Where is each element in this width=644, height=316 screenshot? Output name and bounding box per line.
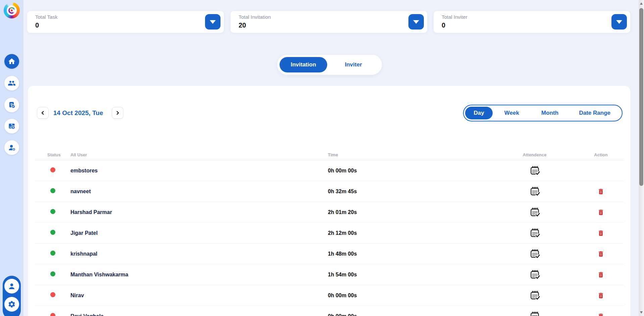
calendar-check-icon[interactable]	[530, 249, 540, 259]
sidebar-item-tasks[interactable]	[4, 98, 19, 112]
sidebar-item-users[interactable]	[4, 76, 19, 91]
stat-card-total-inviter: Total Inviter 0	[434, 11, 630, 33]
chevron-down-icon	[210, 20, 216, 24]
scrollbar-up-arrow[interactable]	[640, 2, 643, 5]
trash-icon[interactable]	[597, 229, 604, 237]
user-name: Jigar Patel	[70, 230, 328, 236]
tab-day[interactable]: Day	[465, 107, 493, 119]
prev-day-button[interactable]	[37, 107, 49, 119]
app-logo[interactable]	[4, 2, 20, 18]
calendar-check-icon[interactable]	[530, 186, 540, 197]
status-dot	[50, 167, 55, 172]
add-user-icon	[8, 144, 16, 152]
users-icon	[8, 79, 16, 87]
user-name: navneet	[70, 189, 328, 195]
next-day-button[interactable]	[112, 107, 123, 119]
trash-icon[interactable]	[597, 209, 604, 216]
logo-inner	[7, 5, 17, 15]
total-inviter-dropdown-button[interactable]	[611, 14, 627, 30]
user-name: Harshad Parmar	[70, 209, 328, 215]
total-invitation-dropdown-button[interactable]	[408, 14, 424, 30]
settings-button[interactable]	[4, 297, 19, 312]
stat-value: 0	[442, 21, 445, 29]
tab-month[interactable]: Month	[531, 110, 569, 116]
tab-inviter[interactable]: Inviter	[327, 61, 380, 68]
profile-icon	[8, 282, 16, 290]
time-value: 1h 48m 00s	[328, 251, 491, 257]
time-value: 2h 01m 20s	[328, 209, 491, 215]
calendar-check-icon[interactable]	[530, 311, 540, 316]
current-date-label: 14 Oct 2025, Tue	[48, 109, 108, 117]
user-name: Nirav	[70, 293, 328, 299]
header-time: Time	[328, 152, 491, 157]
trash-icon[interactable]	[597, 250, 604, 258]
stat-label: Total Task	[35, 14, 57, 20]
user-name: Manthan Vishwakarma	[70, 272, 328, 278]
time-value: 2h 12m 00s	[328, 230, 491, 236]
tab-invitation[interactable]: Invitation	[280, 57, 327, 72]
table-row: Jigar Patel 2h 12m 00s	[35, 223, 624, 244]
view-toggle: Invitation Inviter	[277, 55, 382, 75]
time-value: 1h 54m 00s	[328, 272, 491, 278]
profile-button[interactable]	[4, 279, 19, 294]
stat-card-total-task: Total Task 0	[27, 11, 224, 33]
stat-card-total-invitation: Total Invitation 20	[231, 11, 427, 33]
stat-value: 20	[239, 21, 246, 29]
header-all-user: All User	[70, 152, 328, 157]
table-row: Nirav 0h 00m 00s	[35, 285, 624, 306]
chevron-right-icon	[115, 110, 120, 115]
sidebar	[0, 0, 23, 316]
logo-ring	[8, 7, 15, 14]
calendar-check-icon[interactable]	[530, 269, 540, 280]
status-dot	[50, 230, 55, 235]
trash-icon[interactable]	[597, 271, 604, 278]
trash-icon[interactable]	[597, 313, 604, 316]
sidebar-footer	[3, 276, 21, 316]
sidebar-item-home[interactable]	[4, 54, 19, 69]
table-row: Harshad Parmar 2h 01m 20s	[35, 202, 624, 223]
stat-value: 0	[35, 21, 39, 29]
range-toggle: Day Week Month Date Range	[463, 105, 623, 121]
sidebar-item-add-user[interactable]	[4, 140, 19, 155]
home-icon	[8, 57, 16, 65]
chevron-down-icon	[413, 20, 419, 24]
user-name: Ravi Vaghela	[70, 313, 328, 316]
status-dot	[50, 271, 55, 276]
trash-icon[interactable]	[597, 292, 604, 299]
calendar-check-icon[interactable]	[530, 290, 540, 301]
trash-icon[interactable]	[597, 188, 604, 195]
sidebar-item-products[interactable]	[4, 119, 19, 134]
product-dollar-icon	[8, 122, 16, 130]
header-action: Action	[578, 152, 624, 157]
scrollbar-down-arrow[interactable]	[640, 311, 643, 314]
calendar-check-icon[interactable]	[530, 228, 540, 238]
attendance-table: Status All User Time Attendence Action e…	[35, 150, 624, 316]
table-row: navneet 0h 32m 45s	[35, 181, 624, 202]
status-dot	[50, 292, 55, 297]
header-status: Status	[35, 152, 70, 157]
tab-date-range[interactable]: Date Range	[569, 110, 621, 116]
total-task-dropdown-button[interactable]	[205, 14, 220, 30]
stat-label: Total Inviter	[442, 14, 467, 20]
attendance-dashboard: Total Task 0 Total Invitation 20 Total I…	[0, 0, 644, 316]
table-row: krishnapal 1h 48m 00s	[35, 244, 624, 264]
time-value: 0h 00m 00s	[328, 168, 491, 174]
calendar-check-icon[interactable]	[530, 165, 540, 176]
table-header: Status All User Time Attendence Action	[35, 150, 624, 160]
logo-dot	[11, 9, 13, 11]
header-attendence: Attendence	[491, 152, 578, 157]
scrollbar-thumb[interactable]	[639, 8, 643, 186]
user-name: embstores	[70, 168, 328, 174]
chevron-down-icon	[616, 20, 622, 24]
chevron-left-icon	[40, 110, 45, 115]
table-row: Ravi Vaghela 0h 00m 00s	[35, 306, 624, 316]
calendar-check-icon[interactable]	[530, 207, 540, 217]
tab-week[interactable]: Week	[493, 110, 531, 116]
status-dot	[50, 251, 55, 256]
status-dot	[50, 209, 55, 214]
status-dot	[50, 188, 55, 193]
time-value: 0h 32m 45s	[328, 189, 491, 195]
gear-icon	[8, 300, 16, 308]
scrollbar[interactable]	[639, 0, 644, 316]
attendance-panel: 14 Oct 2025, Tue Day Week Month Date Ran…	[28, 86, 630, 316]
